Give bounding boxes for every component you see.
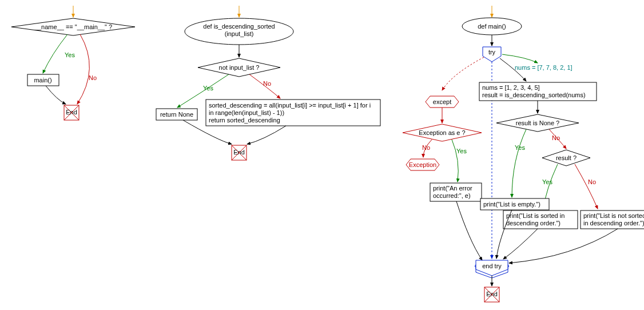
print-sorted-l2: descending order.")	[506, 220, 560, 226]
edge-none-yes	[512, 129, 526, 197]
yes-label: Yes	[542, 178, 552, 185]
print-error-l1: print("An error	[433, 185, 472, 192]
assign-l2: result = is_descending_sorted(nums)	[482, 92, 586, 98]
chart-2: def is_descending_sorted (input_list) no…	[156, 6, 380, 160]
def-main-label: def main()	[478, 23, 506, 30]
no-label: No	[552, 134, 560, 141]
edge-try-except	[442, 57, 484, 90]
return-none-label: return None	[160, 111, 193, 118]
no-label: No	[422, 144, 430, 151]
yes-label: Yes	[65, 51, 75, 58]
end-node: End	[232, 145, 247, 160]
edge-notsorted-endtry	[509, 229, 618, 263]
edge-err-endtry	[456, 201, 482, 260]
edge-sorted-endtry	[503, 229, 538, 259]
print-not-sorted-l2: in descending order.")	[583, 220, 644, 226]
dec-result-label: result ?	[556, 154, 577, 161]
except-cond-label: Exception as e ?	[419, 129, 465, 136]
print-empty-label: print("List is empty.")	[483, 201, 540, 208]
body-l3: return sorted_descending	[209, 117, 280, 124]
body-l1: sorted_descending = all(input_list[i] >=…	[209, 102, 371, 109]
call-main-label: main()	[34, 77, 51, 84]
no-label: No	[89, 74, 97, 81]
end-label: End	[66, 109, 77, 116]
except-label: except	[433, 98, 451, 105]
yes-label: Yes	[203, 85, 213, 92]
edge-exc-yes	[452, 140, 458, 182]
exception-label: Exception	[409, 161, 436, 168]
edge-no	[77, 34, 89, 104]
chart-1: __name__ == "__main__" ? Yes main() No E…	[11, 6, 135, 120]
edge-comment	[502, 54, 538, 63]
yes-label: Yes	[456, 148, 467, 154]
end-label: End	[486, 291, 498, 297]
print-sorted-l1: print("List is sorted in	[506, 212, 565, 219]
no-label: No	[263, 80, 271, 87]
yes-label: Yes	[515, 144, 525, 151]
edge-body-end	[247, 126, 286, 144]
chart-3: def main() try nums = [7, 7, 8, 2, 1] nu…	[403, 6, 644, 302]
end-node: End	[484, 287, 499, 302]
no-label: No	[588, 178, 596, 185]
print-not-sorted-l1: print("List is not sorted	[583, 212, 644, 219]
def-label-l1: def is_descending_sorted	[203, 23, 275, 30]
print-error-l2: occurred:", e)	[433, 192, 471, 199]
flowchart-canvas: __name__ == "__main__" ? Yes main() No E…	[0, 0, 644, 310]
edge-yes	[43, 34, 67, 73]
end-node: End	[64, 105, 79, 120]
edge-result-no	[575, 164, 598, 209]
end-label: End	[233, 149, 245, 156]
assign-l1: nums = [1, 2, 3, 4, 5]	[482, 84, 540, 91]
def-label-l2: (input_list)	[225, 30, 254, 37]
comment-label: nums = [7, 7, 8, 2, 1]	[515, 64, 573, 71]
edge-main-end	[46, 86, 66, 104]
body-l2: in range(len(input_list) - 1))	[209, 109, 284, 116]
decision-label: not input_list ?	[219, 64, 260, 71]
decision-label: __name__ == "__main__" ?	[34, 23, 112, 30]
end-try-label: end try	[482, 263, 502, 269]
dec-none-label: result is None ?	[516, 120, 559, 126]
try-label: try	[488, 49, 496, 55]
